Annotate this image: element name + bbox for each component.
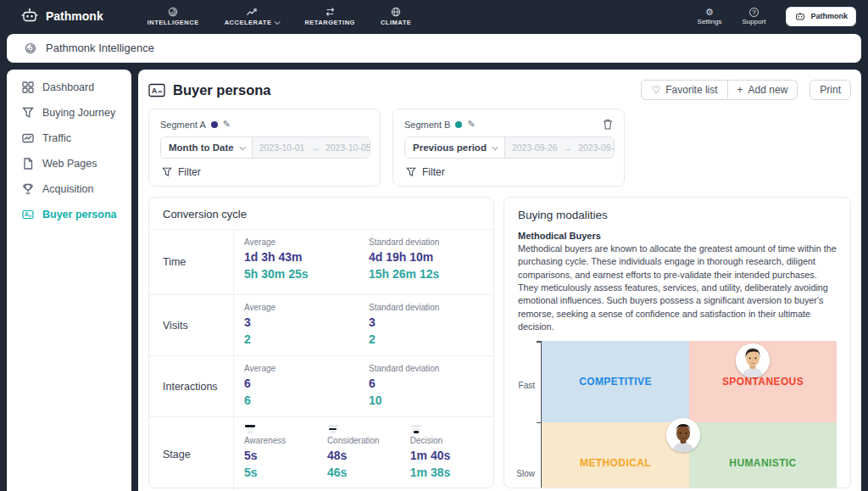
page-header: A Buyer persona ♡ Favorite list + Add ne… <box>148 80 851 100</box>
segment-b-value: 1m 38s <box>410 464 493 481</box>
retargeting-icon <box>325 7 336 17</box>
filter-label: Filter <box>178 166 201 178</box>
top-nav-menu: INTELLIGENCE ACCELERATE RETARGETING <box>147 7 412 26</box>
plus-icon: + <box>737 84 743 96</box>
date-to: 2023-09-30 <box>578 142 615 153</box>
buying-modalities-card: Buying modalities Methodical Buyers Meth… <box>504 197 851 488</box>
segment-b-value: 5h 30m 25s <box>244 265 369 282</box>
sidebar-item-web-pages[interactable]: Web Pages <box>7 151 131 176</box>
segment-a-value: 1d 3h 43m <box>244 248 369 265</box>
segments-row: Segment A ✎ Month to Date 2023-10-01 → 2… <box>148 109 851 187</box>
gear-icon: ⚙ <box>705 7 714 17</box>
segment-b-value: 46s <box>327 464 410 481</box>
y-axis-label-fast: Fast <box>519 381 535 390</box>
funnel-icon <box>22 107 34 119</box>
nav-item-label: CLIMATE <box>381 19 411 26</box>
std-dev-header: Standard deviation <box>369 364 493 373</box>
decision-stage-icon <box>410 425 422 433</box>
segment-b-name: Segment B <box>404 120 450 130</box>
row-label: Stage <box>149 417 234 491</box>
segment-b-value: 6 <box>244 392 369 409</box>
segment-a-value: 6 <box>244 375 369 392</box>
segment-a-value: 1m 40s <box>410 447 493 464</box>
segment-b-value: 5s <box>244 464 327 481</box>
arrow-right-icon: → <box>310 142 320 153</box>
segment-b-filter-button[interactable]: Filter <box>404 166 613 178</box>
segment-b-period-select[interactable]: Previous period <box>405 137 505 158</box>
favorite-list-button[interactable]: ♡ Favorite list <box>641 80 727 100</box>
segment-a-value: 48s <box>327 447 410 464</box>
conversion-cycle-title: Conversion cycle <box>149 198 493 230</box>
settings-button[interactable]: ⚙ Settings <box>698 7 722 25</box>
brand-label: Pathmonk <box>46 9 103 23</box>
nav-item-accelerate[interactable]: ACCELERATE <box>225 7 280 26</box>
page-title: Buyer persona <box>173 82 271 98</box>
std-dev-header: Standard deviation <box>369 303 493 312</box>
edit-pencil-icon[interactable]: ✎ <box>223 119 231 130</box>
segment-a-value: 5s <box>244 447 327 464</box>
add-new-label: Add new <box>748 84 788 96</box>
sidebar-item-dashboard[interactable]: Dashboard <box>7 75 131 100</box>
nav-item-retargeting[interactable]: RETARGETING <box>304 7 355 26</box>
nav-item-climate[interactable]: CLIMATE <box>381 7 411 26</box>
std-dev-header: Standard deviation <box>369 237 493 247</box>
brand[interactable]: Pathmonk <box>20 8 103 25</box>
stage-header: Awareness <box>244 436 327 445</box>
quadrant-competitive: COMPETITIVE <box>542 341 689 422</box>
header-actions: ♡ Favorite list + Add new Print <box>641 80 851 100</box>
dashboard-grid-icon <box>22 81 34 93</box>
sidebar-item-traffic[interactable]: Traffic <box>7 126 131 151</box>
consideration-stage-icon <box>327 425 339 433</box>
segment-b-color-dot <box>455 121 462 128</box>
buying-modalities-quadrant-chart: Fast Slow COMPETITIVE SPONTANEOUS METHOD… <box>518 341 837 488</box>
add-new-button[interactable]: + Add new <box>728 80 798 100</box>
table-row-interactions: Interactions Average 6 6 Standard deviat… <box>149 356 493 417</box>
sidebar-item-label: Buying Journey <box>42 107 115 119</box>
date-from: 2023-10-01 <box>259 142 305 153</box>
delete-trash-icon[interactable] <box>603 119 613 130</box>
chart-line-icon <box>22 132 34 144</box>
sidebar-item-label: Acquisition <box>42 183 93 195</box>
y-axis-label-slow: Slow <box>516 469 535 478</box>
intelligence-icon <box>168 7 178 17</box>
modality-heading: Methodical Buyers <box>518 231 837 241</box>
print-button[interactable]: Print <box>810 80 851 100</box>
main-panel: A Buyer persona ♡ Favorite list + Add ne… <box>138 70 861 491</box>
row-label: Time <box>149 230 234 294</box>
average-header: Average <box>244 303 369 312</box>
svg-text:A: A <box>25 211 29 217</box>
climate-icon <box>391 7 401 17</box>
sidebar-item-label: Dashboard <box>42 81 94 93</box>
segment-a-value: 6 <box>369 375 493 392</box>
quadrant-plot: COMPETITIVE SPONTANEOUS METHODICAL HUMAN… <box>541 341 837 488</box>
segment-a-value: 3 <box>244 314 369 331</box>
row-label: Interactions <box>149 356 234 416</box>
table-row-time: Time Average 1d 3h 43m 5h 30m 25s Standa… <box>149 230 493 295</box>
stage-header: Consideration <box>327 436 410 445</box>
trophy-icon <box>22 183 34 195</box>
sidebar-item-label: Traffic <box>42 132 71 144</box>
segment-a-name: Segment A <box>160 120 206 130</box>
segment-a-card: Segment A ✎ Month to Date 2023-10-01 → 2… <box>148 109 381 187</box>
sidebar-item-acquisition[interactable]: Acquisition <box>7 176 131 202</box>
segment-a-filter-button[interactable]: Filter <box>160 166 369 178</box>
filter-funnel-icon <box>162 167 172 177</box>
nav-item-intelligence[interactable]: INTELLIGENCE <box>147 7 199 26</box>
account-button[interactable]: Pathmonk <box>786 7 856 26</box>
sidebar-item-label: Buyer persona <box>42 209 117 220</box>
segment-a-period-select[interactable]: Month to Date <box>161 137 253 158</box>
buyer-persona-card-icon: A <box>22 209 34 220</box>
average-header: Average <box>244 364 369 373</box>
conversion-cycle-card: Conversion cycle Time Average 1d 3h 43m … <box>148 197 494 488</box>
heart-icon: ♡ <box>651 84 660 96</box>
header-button-group: ♡ Favorite list + Add new <box>641 80 798 100</box>
sidebar-item-buying-journey[interactable]: Buying Journey <box>7 100 131 126</box>
account-label: Pathmonk <box>810 12 848 20</box>
print-label: Print <box>820 84 841 96</box>
sidebar-item-buyer-persona[interactable]: A Buyer persona <box>7 202 131 227</box>
segment-a-value: 3 <box>369 314 493 331</box>
nav-item-label: INTELLIGENCE <box>147 19 199 26</box>
edit-pencil-icon[interactable]: ✎ <box>467 119 475 130</box>
support-button[interactable]: ? Support <box>742 8 765 25</box>
arrow-right-icon: → <box>564 142 573 153</box>
